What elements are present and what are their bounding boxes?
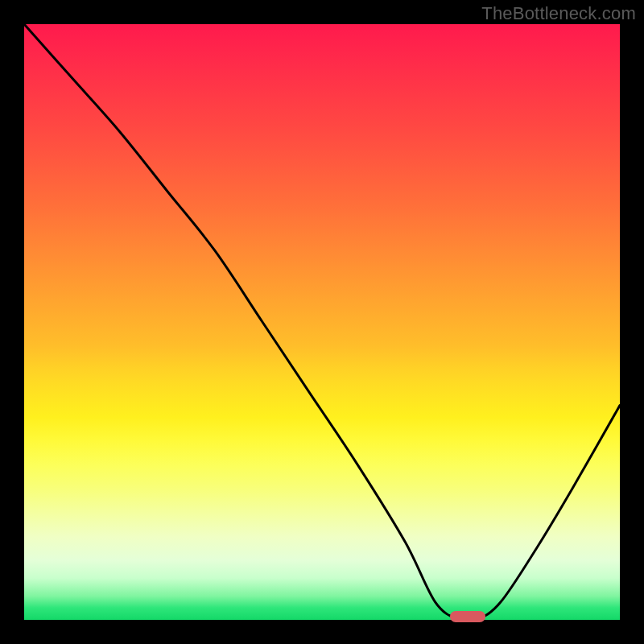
bottleneck-curve [24, 24, 620, 620]
optimum-marker [450, 611, 485, 622]
plot-area [24, 24, 620, 620]
chart-svg [24, 24, 620, 620]
watermark-text: TheBottleneck.com [481, 3, 636, 24]
